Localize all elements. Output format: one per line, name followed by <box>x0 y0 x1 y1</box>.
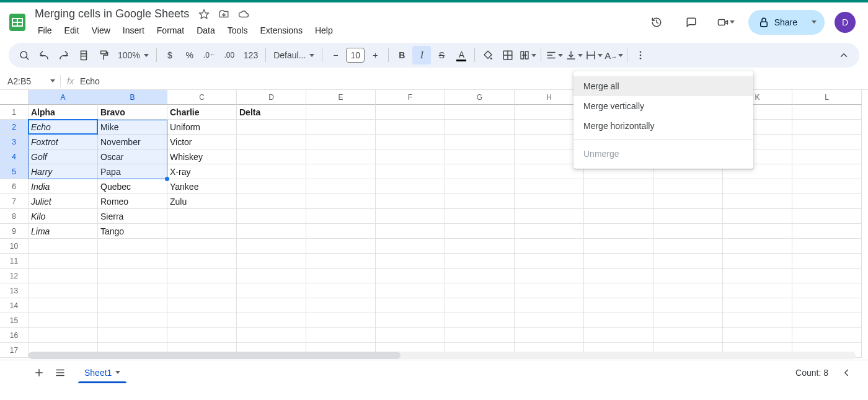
column-header[interactable]: D <box>237 90 306 105</box>
cell[interactable] <box>723 194 792 209</box>
share-button[interactable]: Share <box>748 10 825 35</box>
more-toolbar-button[interactable] <box>631 46 650 64</box>
cell[interactable]: X-ray <box>167 164 237 179</box>
cell[interactable] <box>376 254 445 269</box>
row-header[interactable]: 4 <box>0 149 29 164</box>
cell[interactable] <box>29 313 98 328</box>
cell[interactable] <box>792 224 862 239</box>
merge-menu-item[interactable]: Merge vertically <box>574 96 753 116</box>
cell[interactable]: Victor <box>167 135 237 149</box>
text-rotation-button[interactable]: A→ <box>604 46 623 64</box>
menu-view[interactable]: View <box>86 23 116 38</box>
cell[interactable] <box>515 283 584 298</box>
column-header[interactable]: L <box>792 90 862 105</box>
cell[interactable] <box>653 328 723 343</box>
cell[interactable] <box>237 164 306 179</box>
document-title[interactable]: Merging cells in Google Sheets <box>32 6 192 22</box>
horizontal-scrollbar[interactable] <box>29 352 856 359</box>
cell[interactable] <box>98 283 167 298</box>
cell[interactable] <box>445 149 515 164</box>
column-header[interactable]: E <box>306 90 376 105</box>
cell[interactable] <box>445 283 515 298</box>
row-header[interactable]: 7 <box>0 194 29 209</box>
print-icon[interactable] <box>74 46 93 64</box>
star-icon[interactable] <box>197 7 211 22</box>
increase-decimal-icon[interactable]: .00 <box>220 46 239 64</box>
cell[interactable] <box>306 179 376 194</box>
row-header[interactable]: 6 <box>0 179 29 194</box>
redo-icon[interactable] <box>55 46 73 64</box>
row-header[interactable]: 16 <box>0 328 29 343</box>
cell[interactable] <box>792 120 862 135</box>
cell[interactable] <box>376 164 445 179</box>
cell[interactable]: Sierra <box>98 209 167 224</box>
cell[interactable] <box>792 313 862 328</box>
column-header[interactable]: C <box>167 90 237 105</box>
cell[interactable]: Quebec <box>98 179 167 194</box>
cell[interactable] <box>445 120 515 135</box>
cell[interactable] <box>376 209 445 224</box>
cell[interactable]: Tango <box>98 224 167 239</box>
account-avatar[interactable]: D <box>835 12 856 33</box>
cell[interactable] <box>237 149 306 164</box>
strikethrough-button[interactable]: S <box>432 46 451 64</box>
cell[interactable] <box>237 269 306 283</box>
row-header[interactable]: 2 <box>0 120 29 135</box>
paint-format-icon[interactable] <box>94 46 113 64</box>
cell[interactable] <box>515 209 584 224</box>
cell[interactable] <box>306 269 376 283</box>
comments-icon[interactable] <box>679 10 704 35</box>
cell[interactable] <box>29 239 98 254</box>
row-header[interactable]: 9 <box>0 224 29 239</box>
cell[interactable] <box>653 224 723 239</box>
search-menu-icon[interactable] <box>15 46 33 64</box>
cell[interactable]: Alpha <box>29 105 98 120</box>
cell[interactable] <box>376 120 445 135</box>
cell[interactable] <box>306 120 376 135</box>
cell[interactable]: November <box>98 135 167 149</box>
cell[interactable] <box>167 269 237 283</box>
cell[interactable] <box>653 298 723 313</box>
cell[interactable] <box>445 224 515 239</box>
cell[interactable] <box>376 239 445 254</box>
cell[interactable]: Lima <box>29 224 98 239</box>
cell[interactable]: Echo <box>29 120 98 135</box>
cell[interactable] <box>584 224 653 239</box>
cell[interactable] <box>306 149 376 164</box>
vertical-align-button[interactable] <box>565 46 583 64</box>
percent-icon[interactable]: % <box>180 46 199 64</box>
row-header[interactable]: 5 <box>0 164 29 179</box>
cell[interactable] <box>723 269 792 283</box>
cell[interactable] <box>98 269 167 283</box>
cell[interactable]: Charlie <box>167 105 237 120</box>
cell[interactable]: Golf <box>29 149 98 164</box>
cell[interactable] <box>653 283 723 298</box>
cell[interactable] <box>306 224 376 239</box>
cell[interactable]: Bravo <box>98 105 167 120</box>
cell[interactable] <box>515 313 584 328</box>
cell[interactable]: Foxtrot <box>29 135 98 149</box>
cell[interactable] <box>167 328 237 343</box>
cell[interactable] <box>584 298 653 313</box>
menu-extensions[interactable]: Extensions <box>254 23 308 38</box>
cell[interactable] <box>306 239 376 254</box>
cell[interactable] <box>653 254 723 269</box>
cell[interactable] <box>653 313 723 328</box>
cell[interactable] <box>515 269 584 283</box>
sheets-logo-icon[interactable] <box>5 10 30 35</box>
cell[interactable] <box>723 254 792 269</box>
cell[interactable]: Uniform <box>167 120 237 135</box>
merge-menu-item[interactable]: Merge horizontally <box>574 116 753 136</box>
cell[interactable] <box>584 209 653 224</box>
cell[interactable] <box>515 179 584 194</box>
history-icon[interactable] <box>644 10 669 35</box>
cell[interactable] <box>376 105 445 120</box>
cell[interactable] <box>445 239 515 254</box>
cell[interactable]: Kilo <box>29 209 98 224</box>
cell[interactable] <box>792 164 862 179</box>
cell[interactable] <box>792 269 862 283</box>
share-dropdown-caret[interactable] <box>805 10 823 35</box>
row-header[interactable]: 11 <box>0 254 29 269</box>
cell[interactable] <box>237 209 306 224</box>
cell[interactable] <box>723 283 792 298</box>
